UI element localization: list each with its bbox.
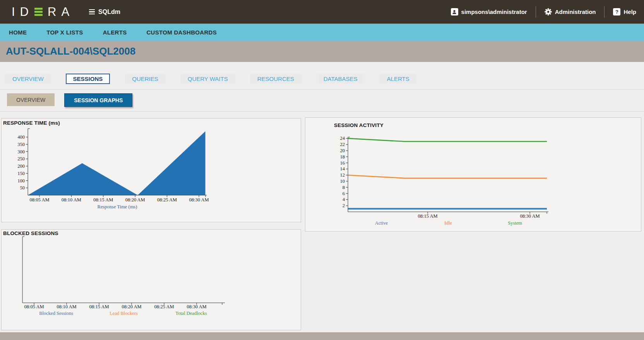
y-tick-label: 4 [343, 197, 345, 202]
x-axis-label: Response Time (ms) [98, 204, 137, 209]
y-tick-label: 100 [17, 178, 25, 184]
y-tick-label: 50 [20, 185, 25, 191]
series-response-time-ms- [28, 131, 205, 195]
help-label: Help [623, 9, 636, 15]
x-tick-label: 08:15 AM [93, 197, 113, 203]
y-tick-label: 300 [17, 149, 25, 155]
user-name: simpsons\administrator [461, 9, 527, 15]
y-tick-label: 16 [340, 160, 345, 166]
x-tick-label: 08:10 AM [62, 197, 81, 203]
y-tick-label: 400 [17, 134, 25, 140]
x-tick-label: 08:25 AM [154, 304, 174, 309]
subtab-session-graphs[interactable]: SESSION GRAPHS [64, 93, 132, 107]
idera-logo: ID RA [12, 6, 74, 18]
y-tick-label: 18 [340, 154, 345, 160]
bottom-bar [0, 332, 644, 340]
y-tick-label: 8 [343, 185, 345, 190]
tab-sessions[interactable]: SESSIONS [66, 74, 110, 84]
logo-e-bars-icon [34, 8, 43, 16]
header-right: simpsons\administrator [451, 6, 636, 18]
subtab-overview[interactable]: OVERVIEW [7, 93, 55, 106]
administration-label: Administration [555, 9, 596, 15]
main-nav: HOME TOP X LISTS ALERTS CUSTOM DASHBOARD… [0, 24, 644, 41]
nav-item-custom-dashboards[interactable]: CUSTOM DASHBOARDS [146, 29, 217, 36]
session-activity-panel: SESSION ACTIVITY 2468101214161820222408:… [305, 117, 641, 232]
help-icon: ? [613, 8, 620, 15]
x-tick-label: 08:25 AM [157, 197, 177, 203]
app-menu[interactable]: SQLdm [89, 9, 120, 15]
tab-query-waits[interactable]: QUERY WAITS [180, 74, 235, 84]
header-divider [604, 6, 605, 18]
session-activity-chart: 2468101214161820222408:15 AM08:30 AMActi… [305, 118, 641, 231]
user-icon [451, 8, 458, 15]
blocked-sessions-panel: BLOCKED SESSIONS 08:05 AM08:10 AM08:15 A… [1, 229, 301, 330]
y-tick-label: 20 [340, 148, 345, 153]
series-idle [348, 175, 547, 178]
x-tick-label: 08:30 AM [189, 197, 209, 203]
header-divider [536, 6, 536, 18]
legend-system: System [508, 220, 522, 226]
y-tick-label: 350 [17, 142, 25, 147]
sessions-subtabs: OVERVIEW SESSION GRAPHS [7, 93, 132, 107]
page-title: AUT-SQLALL-004\SQL2008 [6, 45, 135, 57]
y-tick-label: 14 [340, 166, 345, 172]
tab-resources[interactable]: RESOURCES [250, 74, 301, 84]
tab-databases[interactable]: DATABASES [316, 74, 365, 84]
instance-tabs: OVERVIEW SESSIONS QUERIES QUERY WAITS RE… [5, 74, 417, 84]
legend-lead-blockers: Lead Blockers [110, 311, 138, 316]
app-menu-label[interactable]: SQLdm [98, 9, 120, 15]
y-tick-label: 250 [17, 156, 25, 161]
tab-queries[interactable]: QUERIES [125, 74, 166, 84]
legend-blocked-sessions: Blocked Sessions [39, 311, 73, 316]
hamburger-icon[interactable] [89, 9, 95, 15]
blocked-sessions-chart: 08:05 AM08:10 AM08:15 AM08:20 AM08:25 AM… [2, 230, 301, 330]
sqldm-page: ID RA SQLdm simpsons\administrator [0, 0, 644, 340]
divider [0, 89, 644, 89]
x-tick-label: 08:30 AM [187, 304, 206, 309]
logo-text-right: RA [48, 6, 74, 18]
x-tick-label: 08:15 AM [418, 213, 437, 219]
y-tick-label: 200 [17, 163, 25, 169]
help-link[interactable]: ? Help [613, 8, 636, 15]
legend-active: Active [375, 220, 388, 226]
x-tick-label: 08:05 AM [29, 197, 49, 203]
top-header: ID RA SQLdm simpsons\administrator [0, 0, 644, 24]
y-tick-label: 24 [340, 136, 345, 141]
x-tick-label: 08:10 AM [57, 304, 76, 309]
tab-overview[interactable]: OVERVIEW [5, 74, 51, 84]
response-time-panel: RESPONSE TIME (ms) 501001502002503003504… [1, 118, 301, 222]
y-tick-label: 12 [340, 172, 345, 178]
x-tick-label: 08:20 AM [125, 197, 145, 203]
y-tick-label: 10 [340, 179, 345, 184]
instance-title-bar: AUT-SQLALL-004\SQL2008 [0, 41, 644, 62]
series-system [348, 138, 547, 141]
x-tick-label: 08:30 AM [520, 213, 540, 219]
current-user[interactable]: simpsons\administrator [451, 8, 527, 15]
response-time-chart: 5010015020025030035040008:05 AM08:10 AM0… [2, 118, 301, 222]
x-tick-label: 08:20 AM [122, 304, 141, 309]
nav-item-alerts[interactable]: ALERTS [103, 29, 127, 36]
divider [0, 111, 644, 112]
legend-total-deadlocks: Total Deadlocks [175, 311, 207, 316]
legend-idle: Idle [444, 220, 452, 226]
y-tick-label: 2 [343, 203, 345, 208]
administration-link[interactable]: Administration [545, 8, 596, 15]
y-tick-label: 6 [343, 191, 345, 196]
nav-item-top-x-lists[interactable]: TOP X LISTS [46, 29, 83, 36]
logo-text-left: ID [12, 6, 34, 18]
y-tick-label: 150 [17, 171, 25, 176]
x-tick-label: 08:05 AM [24, 304, 44, 309]
gear-icon [545, 8, 552, 15]
x-tick-label: 08:15 AM [89, 304, 109, 309]
y-tick-label: 22 [340, 142, 345, 147]
nav-item-home[interactable]: HOME [9, 29, 27, 36]
tab-alerts[interactable]: ALERTS [380, 74, 417, 84]
